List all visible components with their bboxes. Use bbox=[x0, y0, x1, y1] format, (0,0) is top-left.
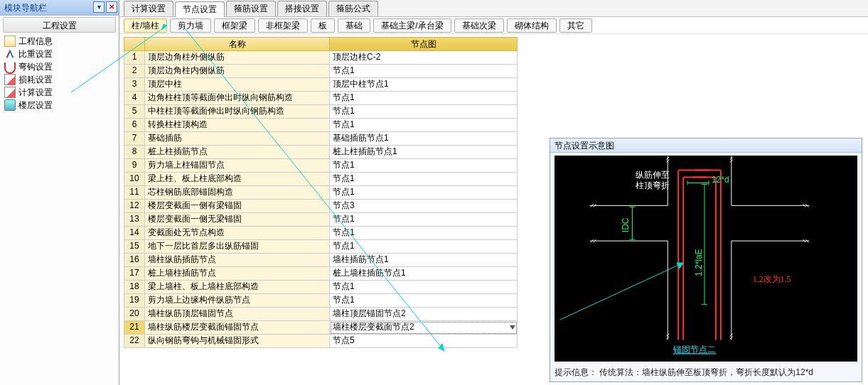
table-row[interactable]: 2顶层边角柱内侧纵筋节点1 bbox=[124, 65, 518, 78]
row-num: 21 bbox=[124, 321, 145, 335]
tab2-9[interactable]: 其它 bbox=[559, 18, 592, 33]
nav-item-0[interactable]: 工程信息 bbox=[3, 35, 116, 48]
table-row[interactable]: 5中柱柱顶等截面伸出时纵向钢筋构造节点1 bbox=[124, 105, 518, 119]
row-img[interactable]: 节点1 bbox=[330, 281, 518, 294]
tab2-7[interactable]: 基础次梁 bbox=[454, 18, 504, 33]
doc-icon bbox=[4, 36, 16, 47]
table-row[interactable]: 6转换柱柱顶构造节点1 bbox=[124, 119, 518, 132]
tab1-0[interactable]: 计算设置 bbox=[124, 1, 173, 16]
row-img[interactable]: 节点3 bbox=[330, 200, 518, 213]
row-num: 4 bbox=[124, 92, 145, 105]
tab1-4[interactable]: 箍筋公式 bbox=[328, 1, 378, 16]
nav-item-label: 计算设置 bbox=[18, 87, 53, 99]
row-img[interactable]: 节点1 bbox=[330, 119, 518, 132]
row-name: 顶层边角柱外侧纵筋 bbox=[145, 51, 330, 65]
nav-item-label: 楼层设置 bbox=[18, 99, 53, 112]
nav-item-label: 比重设置 bbox=[18, 48, 53, 60]
nav-item-3[interactable]: 损耗设置 bbox=[3, 73, 116, 86]
tab1-2[interactable]: 箍筋设置 bbox=[226, 1, 276, 16]
table-row[interactable]: 22纵向钢筋弯钩与机械锚固形式节点5 bbox=[124, 335, 518, 348]
row-num: 11 bbox=[124, 186, 145, 200]
row-img[interactable]: 节点1 bbox=[330, 92, 518, 105]
tip-text: 提示信息： 传统算法：墙柱纵筋伸至板顶弯折，弯折长度默认为12*d bbox=[554, 367, 857, 379]
node-diagram-panel: 节点设置示意图 bbox=[550, 138, 862, 382]
row-img[interactable]: 墙柱插筋节点1 bbox=[330, 254, 518, 267]
row-name: 地下一层比首层多出纵筋锚固 bbox=[145, 240, 330, 254]
svg-text:IDC: IDC bbox=[621, 217, 631, 232]
table-row[interactable]: 20墙柱纵筋顶层锚固节点墙柱顶层锚固节点2 bbox=[124, 308, 518, 321]
edit-icon bbox=[4, 74, 16, 85]
nav-item-4[interactable]: 计算设置 bbox=[3, 86, 116, 99]
row-img[interactable]: 桩上墙柱插筋节点1 bbox=[330, 267, 518, 281]
row-img[interactable]: 节点1 bbox=[330, 105, 518, 119]
row-name: 梁上柱、板上柱底部构造 bbox=[145, 173, 330, 186]
row-img[interactable]: 节点1 bbox=[330, 173, 518, 186]
row-name: 边角柱柱顶等截面伸出时纵向钢筋构造 bbox=[145, 92, 330, 105]
table-row[interactable]: 21墙柱纵筋楼层变截面锚固节点墙柱楼层变截面节点2 bbox=[124, 321, 518, 335]
row-img[interactable]: 桩上柱插筋节点1 bbox=[330, 146, 518, 159]
nav-item-5[interactable]: 楼层设置 bbox=[3, 99, 116, 112]
table-row[interactable]: 12楼层变截面一侧有梁锚固节点3 bbox=[124, 200, 518, 213]
tab2-6[interactable]: 基础主梁/承台梁 bbox=[373, 18, 451, 33]
row-img[interactable]: 节点1 bbox=[330, 240, 518, 254]
table-row[interactable]: 17桩上墙柱插筋节点桩上墙柱插筋节点1 bbox=[124, 267, 518, 281]
row-name: 剪力墙上柱锚固节点 bbox=[145, 159, 330, 173]
row-num: 13 bbox=[124, 213, 145, 227]
table-row[interactable]: 3顶层中柱顶层中柱节点1 bbox=[124, 78, 518, 92]
table-row[interactable]: 11芯柱钢筋底部锚固构造节点1 bbox=[124, 186, 518, 200]
row-name: 顶层中柱 bbox=[145, 78, 330, 92]
row-name: 纵向钢筋弯钩与机械锚固形式 bbox=[145, 335, 330, 348]
table-row[interactable]: 16墙柱纵筋插筋节点墙柱插筋节点1 bbox=[124, 254, 518, 267]
row-num: 17 bbox=[124, 267, 145, 281]
table-row[interactable]: 4边角柱柱顶等截面伸出时纵向钢筋构造节点1 bbox=[124, 92, 518, 105]
col-header-img: 节点图 bbox=[330, 37, 518, 51]
row-img[interactable]: 节点1 bbox=[330, 213, 518, 227]
tab1-1[interactable]: 节点设置 bbox=[175, 1, 225, 17]
nav-item-2[interactable]: 弯钩设置 bbox=[3, 60, 116, 73]
tab1-3[interactable]: 搭接设置 bbox=[277, 1, 327, 16]
row-name: 变截面处无节点构造 bbox=[145, 227, 330, 240]
row-img[interactable]: 节点1 bbox=[330, 294, 518, 308]
row-img[interactable]: 节点1 bbox=[330, 186, 518, 200]
table-row[interactable]: 18梁上墙柱、板上墙柱底部构造节点1 bbox=[124, 281, 518, 294]
row-img[interactable]: 墙柱楼层变截面节点2 bbox=[330, 321, 518, 335]
row-num: 22 bbox=[124, 335, 145, 348]
pin-icon[interactable]: ▾ bbox=[93, 1, 105, 13]
table-row[interactable]: 1顶层边角柱外侧纵筋顶层边柱C-2 bbox=[124, 51, 518, 65]
table-row[interactable]: 19剪力墙上边缘构件纵筋节点节点1 bbox=[124, 294, 518, 308]
row-name: 中柱柱顶等截面伸出时纵向钢筋构造 bbox=[145, 105, 330, 119]
row-img[interactable]: 节点1 bbox=[330, 159, 518, 173]
tab2-1[interactable]: 剪力墙 bbox=[170, 18, 211, 33]
tab2-8[interactable]: 砌体结构 bbox=[507, 18, 557, 33]
nav-item-1[interactable]: 比重设置 bbox=[3, 48, 116, 60]
tab2-4[interactable]: 板 bbox=[311, 18, 335, 33]
row-num: 6 bbox=[124, 119, 145, 132]
row-img[interactable]: 顶层边柱C-2 bbox=[330, 51, 518, 65]
floor-icon bbox=[4, 99, 16, 111]
table-row[interactable]: 13楼层变截面一侧无梁锚固节点1 bbox=[124, 213, 518, 227]
row-img[interactable]: 节点5 bbox=[330, 335, 518, 348]
tab2-5[interactable]: 基础 bbox=[338, 18, 370, 33]
table-row[interactable]: 10梁上柱、板上柱底部构造节点1 bbox=[124, 173, 518, 186]
table-row[interactable]: 15地下一层比首层多出纵筋锚固节点1 bbox=[124, 240, 518, 254]
table-row[interactable]: 9剪力墙上柱锚固节点节点1 bbox=[124, 159, 518, 173]
tab2-2[interactable]: 框架梁 bbox=[214, 18, 255, 33]
node-diagram-title: 节点设置示意图 bbox=[550, 139, 862, 153]
row-img[interactable]: 节点1 bbox=[330, 65, 518, 78]
svg-text:12*d: 12*d bbox=[712, 175, 729, 185]
row-name: 芯柱钢筋底部锚固构造 bbox=[145, 186, 330, 200]
table-row[interactable]: 14变截面处无节点构造节点1 bbox=[124, 227, 518, 240]
tab2-0[interactable]: 柱/墙柱 bbox=[124, 18, 167, 33]
row-name: 墙柱纵筋插筋节点 bbox=[145, 254, 330, 267]
section-engineering-settings[interactable]: 工程设置 bbox=[3, 17, 116, 33]
tab2-3[interactable]: 非框架梁 bbox=[258, 18, 308, 33]
row-num: 9 bbox=[124, 159, 145, 173]
row-img[interactable]: 节点1 bbox=[330, 227, 518, 240]
svg-text:锚固节点二: 锚固节点二 bbox=[673, 345, 716, 354]
row-img[interactable]: 顶层中柱节点1 bbox=[330, 78, 518, 92]
table-row[interactable]: 8桩上柱插筋节点桩上柱插筋节点1 bbox=[124, 146, 518, 159]
table-row[interactable]: 7基础插筋基础插筋节点1 bbox=[124, 132, 518, 146]
row-img[interactable]: 基础插筋节点1 bbox=[330, 132, 518, 146]
close-icon[interactable]: ✕ bbox=[106, 1, 117, 13]
row-img[interactable]: 墙柱顶层锚固节点2 bbox=[330, 308, 518, 321]
